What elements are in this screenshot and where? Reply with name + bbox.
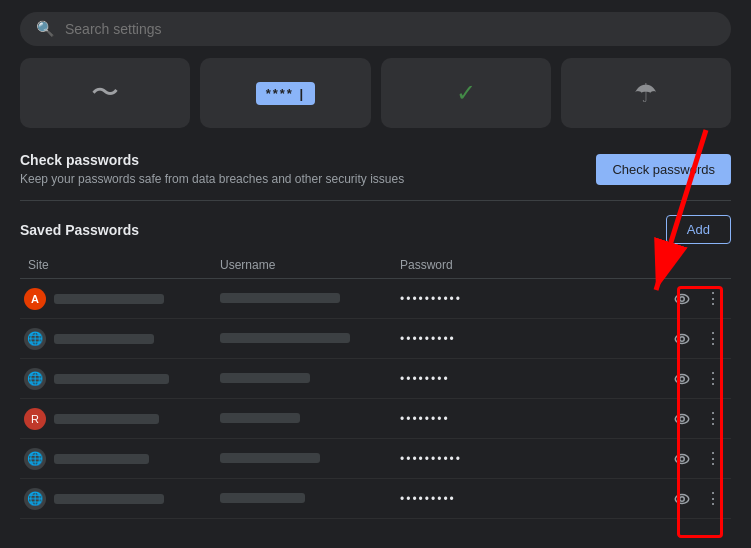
table-row: 🌐 ••••••••• ⋮ [20,319,731,359]
svg-point-9 [680,456,685,461]
site-icon-globe: 🌐 [24,328,46,350]
svg-point-7 [680,416,685,421]
add-password-button[interactable]: Add [666,215,731,244]
show-password-button[interactable] [667,286,697,312]
username-cell [220,451,400,466]
password-cell: •••••••• [400,371,560,386]
password-cell: ••••••••• [400,331,560,346]
password-cell: •••••••• [400,411,560,426]
password-value: ••••••••• [400,492,456,506]
site-cell: 🌐 [20,328,220,350]
site-cell: R [20,408,220,430]
header-card-2: **** | [200,58,370,128]
svg-point-6 [675,414,689,423]
header-card-3: ✓ [381,58,551,128]
site-name [54,374,169,384]
table-header: Site Username Password [20,254,731,279]
show-password-button[interactable] [667,366,697,392]
row-actions: ⋮ [560,445,731,472]
more-options-button[interactable]: ⋮ [699,325,727,352]
table-row: R •••••••• ⋮ [20,399,731,439]
site-name [54,334,154,344]
svg-point-10 [675,494,689,503]
site-icon-aliexpress: A [24,288,46,310]
show-password-button[interactable] [667,406,697,432]
password-value: •••••••• [400,412,450,426]
username-value [220,373,310,383]
username-cell [220,331,400,346]
svg-point-3 [680,336,685,341]
site-cell: A [20,288,220,310]
password-value: •••••••••• [400,452,462,466]
header-card-4: ☂ [561,58,731,128]
more-options-button[interactable]: ⋮ [699,365,727,392]
row-actions: ⋮ [560,365,731,392]
smile-icon: 〜 [91,74,119,112]
svg-point-5 [680,376,685,381]
password-cell: •••••••••• [400,291,560,306]
col-password: Password [400,258,560,272]
site-icon-red: R [24,408,46,430]
username-cell [220,291,400,306]
svg-point-1 [680,296,685,301]
more-options-button[interactable]: ⋮ [699,405,727,432]
more-options-button[interactable]: ⋮ [699,445,727,472]
passwords-table: Site Username Password A •••••••••• ⋮ [20,254,731,519]
header-cards: 〜 **** | ✓ ☂ [0,58,751,138]
site-name [54,294,164,304]
password-value: •••••••••• [400,292,462,306]
username-value [220,453,320,463]
more-options-button[interactable]: ⋮ [699,485,727,512]
check-passwords-title: Check passwords [20,152,404,168]
saved-passwords-title: Saved Passwords [20,222,139,238]
check-passwords-button[interactable]: Check passwords [596,154,731,185]
show-password-button[interactable] [667,326,697,352]
row-actions: ⋮ [560,405,731,432]
site-cell: 🌐 [20,368,220,390]
svg-point-0 [675,294,689,303]
col-actions [560,258,731,272]
header-card-1: 〜 [20,58,190,128]
site-name [54,454,149,464]
password-cell: •••••••••• [400,451,560,466]
row-actions: ⋮ [560,285,731,312]
umbrella-icon: ☂ [634,78,657,109]
username-cell [220,491,400,506]
main-content: Check passwords Keep your passwords safe… [0,138,751,519]
table-row: 🌐 •••••••• ⋮ [20,359,731,399]
site-cell: 🌐 [20,448,220,470]
svg-point-2 [675,334,689,343]
username-cell [220,371,400,386]
col-username: Username [220,258,400,272]
password-value: •••••••• [400,372,450,386]
password-cell: ••••••••• [400,491,560,506]
row-actions: ⋮ [560,325,731,352]
check-passwords-text: Check passwords Keep your passwords safe… [20,152,404,186]
svg-point-11 [680,496,685,501]
row-actions: ⋮ [560,485,731,512]
more-options-button[interactable]: ⋮ [699,285,727,312]
username-value [220,413,300,423]
username-value [220,293,340,303]
table-row: 🌐 ••••••••• ⋮ [20,479,731,519]
site-icon-globe: 🌐 [24,368,46,390]
check-passwords-description: Keep your passwords safe from data breac… [20,172,404,186]
svg-point-4 [675,374,689,383]
site-name [54,414,159,424]
svg-point-8 [675,454,689,463]
search-input[interactable] [65,21,715,37]
saved-passwords-header: Saved Passwords Add [20,201,731,254]
username-value [220,333,350,343]
table-row: A •••••••••• ⋮ [20,279,731,319]
site-cell: 🌐 [20,488,220,510]
username-cell [220,411,400,426]
search-bar[interactable]: 🔍 [20,12,731,46]
show-password-button[interactable] [667,446,697,472]
site-name [54,494,164,504]
check-passwords-section: Check passwords Keep your passwords safe… [20,138,731,201]
password-value: ••••••••• [400,332,456,346]
table-row: 🌐 •••••••••• ⋮ [20,439,731,479]
show-password-button[interactable] [667,486,697,512]
site-icon-globe: 🌐 [24,448,46,470]
col-site: Site [20,258,220,272]
